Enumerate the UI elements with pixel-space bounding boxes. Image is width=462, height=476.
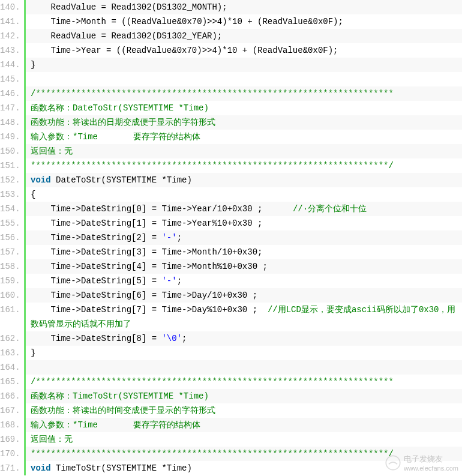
code-line: Time->Month = ((ReadValue&0x70)>>4)*10 +… bbox=[26, 14, 462, 29]
line-number: 141. bbox=[0, 14, 19, 29]
line-number: 168. bbox=[0, 418, 19, 432]
code-line: } bbox=[26, 58, 462, 72]
line-number: 150. bbox=[0, 144, 19, 158]
line-number: 140. bbox=[0, 0, 19, 14]
code-token: 函数名称：DateToStr(SYSTEMTIME *Time) bbox=[31, 103, 209, 113]
line-number: 157. bbox=[0, 245, 19, 259]
line-number: 162. bbox=[0, 331, 19, 346]
line-number: 149. bbox=[0, 130, 19, 144]
code-token: } bbox=[31, 348, 35, 358]
line-number: 163. bbox=[0, 346, 19, 360]
code-line: void DateToStr(SYSTEMTIME *Time) bbox=[26, 173, 462, 187]
code-token: Time->DateString[5] = bbox=[31, 276, 161, 286]
line-number: 169. bbox=[0, 432, 19, 447]
code-token: 输入参数：*Time 要存字符的结构体 bbox=[31, 132, 200, 142]
line-number: 160. bbox=[0, 288, 19, 303]
code-token: /***************************************… bbox=[31, 89, 394, 98]
code-token: } bbox=[31, 60, 35, 70]
code-line: Time->DateString[5] = '-'; bbox=[26, 274, 462, 288]
code-token: DateToStr(SYSTEMTIME *Time) bbox=[51, 175, 192, 185]
code-token: ****************************************… bbox=[31, 449, 394, 459]
line-number: 153. bbox=[0, 187, 19, 202]
code-line: Time->DateString[4] = Time->Month%10+0x3… bbox=[26, 259, 462, 274]
line-number: 170. bbox=[0, 447, 19, 461]
code-token: 返回值：无 bbox=[31, 435, 73, 444]
code-token: ; bbox=[177, 276, 182, 286]
code-token: ; bbox=[182, 334, 187, 343]
code-line: Time->DateString[2] = '-'; bbox=[26, 230, 462, 245]
code-token: 函数功能：将读出的日期变成便于显示的字符形式 bbox=[31, 118, 215, 127]
code-line: { bbox=[26, 187, 462, 202]
line-number: 146. bbox=[0, 86, 19, 101]
code-line: Time->Year = ((ReadValue&0x70)>>4)*10 + … bbox=[26, 43, 462, 58]
code-token: '-' bbox=[161, 276, 176, 286]
code-token: ReadValue = Read1302(DS1302_MONTH); bbox=[31, 2, 227, 12]
code-token: 函数功能：将读出的时间变成便于显示的字符形式 bbox=[31, 406, 215, 415]
code-token: Time->DateString[4] = Time->Month%10+0x3… bbox=[31, 262, 268, 271]
line-number: 144. bbox=[0, 58, 19, 72]
code-line: 返回值：无 bbox=[26, 144, 462, 158]
code-token: Time->Year = ((ReadValue&0x70)>>4)*10 + … bbox=[31, 46, 338, 55]
code-token: 返回值：无 bbox=[31, 146, 73, 156]
code-line: 输入参数：*Time 要存字符的结构体 bbox=[26, 130, 462, 144]
code-line: /***************************************… bbox=[26, 375, 462, 389]
code-line: Time->DateString[6] = Time->Day/10+0x30 … bbox=[26, 288, 462, 303]
code-line: 函数功能：将读出的日期变成便于显示的字符形式 bbox=[26, 115, 462, 130]
code-line: ****************************************… bbox=[26, 158, 462, 173]
code-line: } bbox=[26, 346, 462, 360]
code-token: Time->DateString[1] = Time->Year%10+0x30… bbox=[31, 218, 262, 228]
code-token: void bbox=[31, 175, 51, 185]
line-number: 161. bbox=[0, 303, 19, 331]
code-token: Time->DateString[3] = Time->Month/10+0x3… bbox=[31, 247, 262, 257]
line-number-gutter: 140.141.142.143.144.145.146.147.148.149.… bbox=[0, 0, 24, 475]
line-number: 155. bbox=[0, 216, 19, 230]
code-token: Time->DateString[2] = bbox=[31, 233, 161, 243]
code-line: 函数名称：TimeToStr(SYSTEMTIME *Time) bbox=[26, 389, 462, 403]
code-block: 140.141.142.143.144.145.146.147.148.149.… bbox=[0, 0, 462, 475]
line-number: 158. bbox=[0, 259, 19, 274]
line-number: 154. bbox=[0, 202, 19, 216]
code-token: '\0' bbox=[161, 334, 182, 343]
line-number: 171. bbox=[0, 461, 19, 475]
line-number: 152. bbox=[0, 173, 19, 187]
code-line: 输入参数：*Time 要存字符的结构体 bbox=[26, 418, 462, 432]
line-number: 159. bbox=[0, 274, 19, 288]
code-line: ReadValue = Read1302(DS1302_MONTH); bbox=[26, 0, 462, 14]
code-token: 输入参数：*Time 要存字符的结构体 bbox=[31, 420, 200, 430]
code-token: TimeToStr(SYSTEMTIME *Time) bbox=[51, 463, 192, 473]
line-number: 167. bbox=[0, 403, 19, 418]
code-token: ****************************************… bbox=[31, 161, 394, 170]
code-line: Time->DateString[8] = '\0'; bbox=[26, 331, 462, 346]
code-line: /***************************************… bbox=[26, 86, 462, 101]
code-line: 返回值：无 bbox=[26, 432, 462, 447]
code-token bbox=[31, 74, 35, 84]
code-token: { bbox=[31, 190, 35, 199]
code-line bbox=[26, 360, 462, 375]
code-line: Time->DateString[7] = Time->Day%10+0x30 … bbox=[26, 303, 462, 331]
code-token bbox=[31, 363, 35, 372]
line-number: 147. bbox=[0, 101, 19, 115]
line-number: 145. bbox=[0, 72, 19, 86]
code-token: void bbox=[31, 463, 51, 473]
code-token: ReadValue = Read1302(DS1302_YEAR); bbox=[31, 31, 222, 41]
code-line: Time->DateString[3] = Time->Month/10+0x3… bbox=[26, 245, 462, 259]
line-number: 151. bbox=[0, 158, 19, 173]
line-number: 156. bbox=[0, 230, 19, 245]
code-line: Time->DateString[0] = Time->Year/10+0x30… bbox=[26, 202, 462, 216]
code-line: Time->DateString[1] = Time->Year%10+0x30… bbox=[26, 216, 462, 230]
line-number: 165. bbox=[0, 375, 19, 389]
code-line: 函数名称：DateToStr(SYSTEMTIME *Time) bbox=[26, 101, 462, 115]
line-number: 143. bbox=[0, 43, 19, 58]
code-token: Time->DateString[6] = Time->Day/10+0x30 … bbox=[31, 291, 257, 300]
code-line: void TimeToStr(SYSTEMTIME *Time) bbox=[26, 461, 462, 475]
code-line: ****************************************… bbox=[26, 447, 462, 461]
code-token: Time->Month = ((ReadValue&0x70)>>4)*10 +… bbox=[31, 17, 343, 26]
code-line: 函数功能：将读出的时间变成便于显示的字符形式 bbox=[26, 403, 462, 418]
code-token: '-' bbox=[161, 233, 176, 243]
code-token: Time->DateString[7] = Time->Day%10+0x30 … bbox=[31, 305, 268, 315]
code-token: Time->DateString[8] = bbox=[31, 334, 161, 343]
line-number: 164. bbox=[0, 360, 19, 375]
code-area: ReadValue = Read1302(DS1302_MONTH); Time… bbox=[24, 0, 462, 475]
code-line: ReadValue = Read1302(DS1302_YEAR); bbox=[26, 29, 462, 43]
line-number: 142. bbox=[0, 29, 19, 43]
